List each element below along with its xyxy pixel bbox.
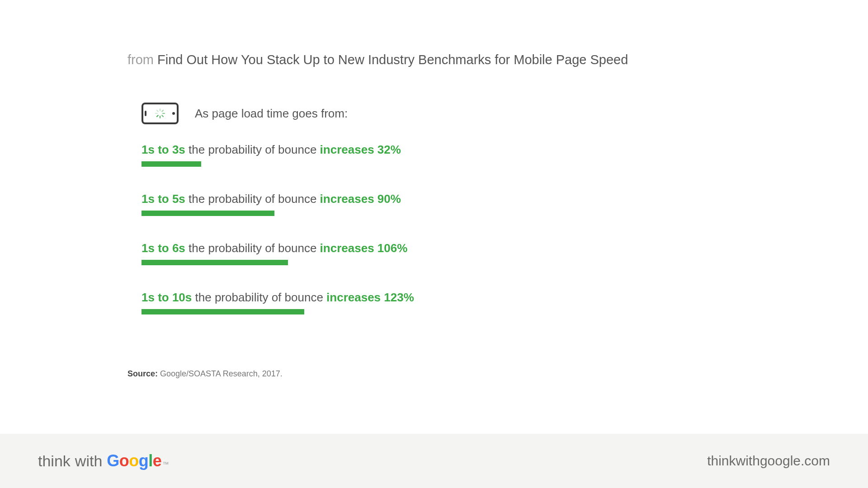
increase-value: increases 106% xyxy=(320,241,408,255)
spinner-icon xyxy=(155,108,165,118)
page-header: from Find Out How You Stack Up to New In… xyxy=(127,52,628,67)
page-title: Find Out How You Stack Up to New Industr… xyxy=(157,52,628,67)
bar-row: 1s to 3s the probability of bounce incre… xyxy=(142,143,684,167)
bar-row: 1s to 10s the probability of bounce incr… xyxy=(142,291,684,314)
increase-value: increases 90% xyxy=(320,192,401,206)
content-stage: from Find Out How You Stack Up to New In… xyxy=(0,0,868,434)
bounce-text: the probability of bounce xyxy=(195,291,323,304)
lead-text: As page load time goes from: xyxy=(195,107,348,121)
footer-domain: thinkwithgoogle.com xyxy=(707,453,830,469)
source-line: Source: Google/SOASTA Research, 2017. xyxy=(127,369,283,379)
load-time-range: 1s to 10s xyxy=(142,291,192,304)
bar-track xyxy=(142,161,413,167)
bar-track xyxy=(142,309,413,314)
lead-row: As page load time goes from: xyxy=(142,101,348,126)
bar-row-line: 1s to 3s the probability of bounce incre… xyxy=(142,143,684,157)
increase-value: increases 32% xyxy=(320,143,401,156)
header-from-label: from xyxy=(127,52,154,67)
footer-bar: think with Google ™ thinkwithgoogle.com xyxy=(0,434,868,488)
source-text: Google/SOASTA Research, 2017. xyxy=(160,369,283,378)
chart-canvas: from Find Out How You Stack Up to New In… xyxy=(95,26,773,408)
page-root: from Find Out How You Stack Up to New In… xyxy=(0,0,868,488)
load-time-range: 1s to 3s xyxy=(142,143,185,156)
bounce-text: the probability of bounce xyxy=(189,143,316,156)
source-label: Source: xyxy=(127,369,158,378)
bounce-text: the probability of bounce xyxy=(189,192,316,206)
bar-track xyxy=(142,211,413,216)
brand-think: think xyxy=(38,452,71,470)
bar-fill xyxy=(142,161,201,167)
bounce-text: the probability of bounce xyxy=(189,241,316,255)
bar-row: 1s to 5s the probability of bounce incre… xyxy=(142,192,684,216)
load-time-range: 1s to 5s xyxy=(142,192,185,206)
bar-fill xyxy=(142,309,304,314)
google-logo-icon: Google xyxy=(107,451,161,470)
bar-fill xyxy=(142,211,274,216)
bar-row: 1s to 6s the probability of bounce incre… xyxy=(142,241,684,265)
brand-lockup: think with Google ™ xyxy=(38,451,169,470)
bar-rows: 1s to 3s the probability of bounce incre… xyxy=(142,143,684,340)
load-time-range: 1s to 6s xyxy=(142,241,185,255)
increase-value: increases 123% xyxy=(326,291,414,304)
brand-with: with xyxy=(75,452,102,470)
bar-fill xyxy=(142,260,288,265)
bar-track xyxy=(142,260,413,265)
phone-loading-icon xyxy=(142,103,179,124)
bar-row-line: 1s to 10s the probability of bounce incr… xyxy=(142,291,684,305)
bar-row-line: 1s to 5s the probability of bounce incre… xyxy=(142,192,684,206)
bar-row-line: 1s to 6s the probability of bounce incre… xyxy=(142,241,684,255)
trademark-icon: ™ xyxy=(162,460,169,468)
